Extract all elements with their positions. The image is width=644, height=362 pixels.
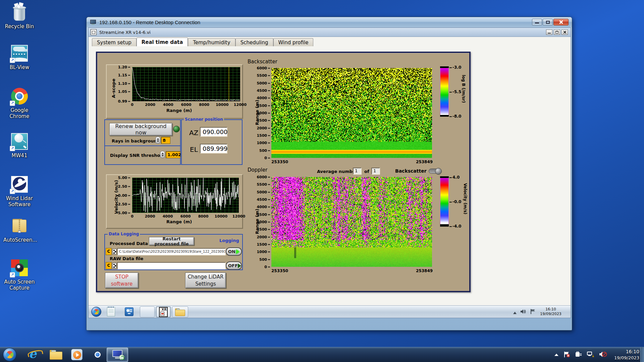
rdp-titlebar[interactable]: 192.168.0.150 - Remote Desktop Connectio… [87, 17, 572, 27]
change-lidar-settings-button[interactable]: Change LiDAR Settings [185, 273, 226, 288]
logging-label: Logging [218, 238, 240, 243]
restart-processed-file-button[interactable]: Restart processed file [149, 237, 194, 245]
tray-expand-icon[interactable] [554, 352, 559, 358]
tab-real-time-data[interactable]: Real time data [137, 38, 188, 46]
velocity-x-tick: 10000 [215, 214, 227, 219]
app-minimize-button[interactable] [546, 29, 552, 35]
a-scope-ylabel: A-scope [111, 79, 116, 98]
minimize-button[interactable] [532, 19, 542, 25]
tab-temp-humidity[interactable]: Temp/humidity [188, 38, 235, 46]
scanner-position-group: Scanner position AZ 090.000 EL 089.999 [181, 119, 243, 165]
renew-led-indicator [173, 126, 180, 132]
a-scope-xlabel: Range (m) [166, 108, 192, 113]
velocity-x-tick: 2000 [145, 214, 155, 219]
chrome-taskbar-icon[interactable] [92, 349, 103, 360]
doppler-title: Doppler [248, 167, 267, 173]
rays-value-field[interactable]: 8 [161, 137, 170, 144]
doppler-range-tick: 2000 [257, 235, 270, 239]
remote-volume-icon[interactable] [520, 309, 526, 315]
desktop-icon-chrome[interactable]: ↗Google Chrome [3, 86, 36, 119]
velocity-x-tick: 12000 [232, 214, 245, 219]
maximize-button[interactable] [543, 19, 553, 25]
app-close-button[interactable] [561, 29, 568, 35]
streamline-xr-taskbar-button[interactable]: XR [156, 306, 171, 317]
stop-software-button[interactable]: STOP software [105, 273, 139, 288]
doppler-colorbar-tick: 4.0 [449, 175, 460, 180]
a-scope-x-tick: 0 [131, 103, 133, 107]
processed-path-type-icon[interactable] [112, 249, 116, 254]
tray-action-center-icon[interactable] [564, 351, 570, 359]
tab-system-setup[interactable]: System setup [92, 38, 137, 46]
start-button[interactable] [3, 348, 16, 361]
notepad-taskbar-icon[interactable] [107, 307, 115, 316]
desktop-icon-auto-screen-capture[interactable]: ↗Auto Screen Capture [3, 258, 36, 291]
velocity-x-tick: 0 [131, 214, 133, 219]
raw-path-type-icon[interactable] [112, 263, 116, 268]
processed-drive-selector[interactable]: C [106, 248, 112, 255]
average-count-field[interactable]: 1 [371, 168, 380, 175]
backscatter-range-tick: 6000 [257, 66, 270, 70]
snr-spinner[interactable] [160, 151, 165, 158]
doppler-range-tick: 0 [264, 265, 270, 269]
internet-explorer-taskbar-icon[interactable]: e [29, 347, 37, 361]
raw-drive-selector[interactable]: C [106, 262, 112, 269]
tray-network-icon[interactable] [587, 351, 594, 359]
app-restore-button[interactable] [554, 29, 560, 35]
tray-power-icon[interactable] [575, 351, 582, 359]
renew-background-button[interactable]: Renew background now [109, 123, 172, 136]
a-scope-x-tick: 10000 [216, 103, 228, 107]
bl-view-icon: ↗ [10, 44, 29, 63]
snr-value-field[interactable]: 1.002 [166, 151, 180, 158]
processed-logging-on-button[interactable]: ON [226, 247, 242, 256]
windows-explorer-taskbar-icon[interactable] [50, 350, 62, 360]
processed-logging-state: ON [228, 249, 235, 254]
average-number-field[interactable]: 1 [353, 168, 362, 175]
remote-action-center-flag-icon[interactable] [530, 309, 536, 316]
backscatter-range-tick: 1500 [257, 133, 270, 138]
tab-wind-profile[interactable]: Wind profile [273, 38, 314, 46]
processed-path-field[interactable]: C:\Lidar\Data\Proc\2023\202309\20230919\… [117, 248, 226, 255]
raw-logging-off-button[interactable]: OFF [226, 261, 242, 270]
change-button-line1: Change LiDAR [185, 274, 226, 281]
az-value-field[interactable]: 090.000 [200, 127, 227, 137]
a-scope-y-tick: 1.05 [118, 89, 130, 94]
remote-clock[interactable]: 16:10 19/09/2023 [537, 307, 565, 316]
raw-path-field[interactable] [117, 262, 226, 269]
desktop-icon-mw41[interactable]: ↗MW41 [3, 132, 36, 159]
rays-spinner[interactable] [155, 136, 160, 144]
show-desktop-button[interactable] [640, 347, 644, 362]
desktop-icon-label: AutoScreen... [3, 237, 36, 243]
control-app-taskbar-icon[interactable] [125, 307, 133, 316]
el-value-field[interactable]: 089.999 [200, 144, 227, 154]
sticky-notes-taskbar-button[interactable] [140, 306, 155, 317]
backscatter-doppler-toggle[interactable] [429, 169, 441, 174]
backscatter-x-end: 253849 [416, 160, 433, 164]
zip-folder-icon [10, 216, 29, 236]
remote-clock-time: 16:10 [537, 307, 565, 312]
tab-scheduling[interactable]: Scheduling [235, 38, 273, 46]
doppler-range-tick: 500 [259, 257, 270, 261]
remote-tray-expand-icon[interactable] [513, 310, 517, 316]
desktop-icon-recycle-bin[interactable]: Recycle Bin [3, 3, 36, 29]
desktop-icon-zip-folder[interactable]: AutoScreen... [3, 216, 36, 243]
background-group: Renew background now Rays in background … [104, 119, 181, 146]
explorer-taskbar-button[interactable] [172, 306, 188, 317]
doppler-range-tick: 4000 [257, 205, 270, 209]
a-scope-graph: A-scope 1.201.151.101.050.99 02000400060… [106, 64, 243, 119]
desktop-icon-bl-view[interactable]: ↗BL-View [3, 44, 36, 70]
a-scope-y-tick: 1.20 [118, 65, 130, 69]
rdp-taskbar-button[interactable] [107, 348, 128, 362]
backscatter-range-tick: 3000 [257, 111, 270, 115]
close-button[interactable] [553, 19, 569, 25]
desktop-icon-wind-lidar[interactable]: ↗Wind Lidar Software [3, 175, 36, 207]
raw-file-label: RAW Data file [110, 256, 143, 261]
remote-start-button[interactable] [91, 307, 101, 317]
host-clock[interactable]: 16:10 19/09/2023 [608, 348, 639, 361]
backscatter-colorbar-tick: -5.5 [449, 89, 461, 94]
tray-volume-muted-icon[interactable] [599, 351, 607, 359]
media-player-taskbar-icon[interactable] [71, 349, 83, 360]
app-titlebar[interactable]: StreamLine XR v14-6.vi [89, 28, 571, 37]
a-scope-x-tick: 6000 [181, 103, 192, 107]
doppler-x-start: 253350 [271, 268, 288, 273]
remote-clock-date: 19/09/2023 [537, 312, 565, 316]
